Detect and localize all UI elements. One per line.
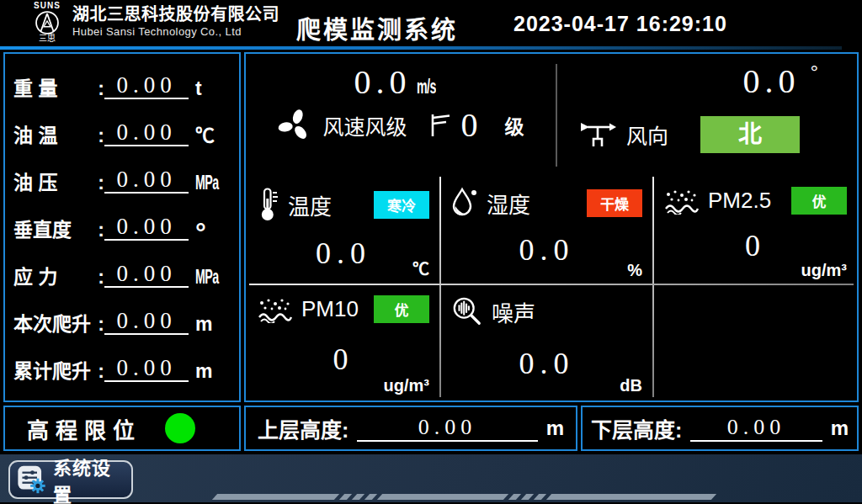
weight-label: 重 量: [13, 77, 57, 99]
current-climb-unit: m: [195, 313, 231, 335]
weight-value: 0.00: [104, 72, 189, 99]
humidity-unit: %: [627, 261, 642, 280]
settings-sliders-gear-icon: [17, 464, 46, 496]
wind-level-value: 0: [461, 105, 483, 145]
company-logo: SUNS 三思: [24, 2, 71, 45]
oil-pressure-unit: MPa: [195, 172, 218, 194]
row-oil-pressure: 油 压: 0.00 MPa: [13, 151, 231, 198]
colon: :: [98, 219, 104, 241]
sansi-logo-icon: [35, 10, 60, 35]
pm10-label: PM10: [301, 296, 359, 322]
wind-direction-label: 风向: [626, 119, 668, 150]
lower-height-value: 0.00: [690, 415, 822, 442]
noise-unit: dB: [620, 376, 642, 395]
pm25-status-badge: 优: [791, 187, 847, 215]
upper-height-box: 上层高度: 0.00 m: [244, 406, 577, 451]
wind-speed-section: 0.0 m/s 风速风级 0 级: [246, 54, 556, 175]
lower-height-unit: m: [831, 416, 849, 440]
temperature-cell: 温度 寒冷 0.0 ℃: [247, 177, 439, 284]
lower-height-box: 下层高度: 0.00 m: [581, 406, 859, 451]
humidity-status-badge: 干燥: [587, 189, 642, 217]
verticality-value: 0.00: [104, 214, 189, 241]
logo-top-text: SUNS: [34, 2, 61, 10]
footer-decor-stripe: [215, 494, 714, 500]
humidity-value: 0.0: [441, 232, 652, 268]
pm25-value: 0: [654, 228, 857, 263]
lower-height-label: 下层高度: [591, 418, 675, 442]
temperature-status-badge: 寒冷: [374, 191, 429, 219]
colon: :: [98, 266, 104, 288]
upper-height-unit: m: [546, 416, 564, 440]
pm25-cell: PM2.5 优 0 ug/m³: [654, 177, 857, 284]
upper-height-label: 上层高度: [258, 418, 342, 442]
upper-height-value: 0.00: [357, 415, 537, 442]
oil-temp-unit: ℃: [195, 125, 231, 146]
verticality-label: 垂直度: [13, 219, 72, 241]
colon: :: [98, 313, 104, 335]
system-settings-button[interactable]: 系统设置: [8, 460, 133, 499]
thermometer-icon: [258, 187, 279, 222]
header-divider: [0, 46, 842, 50]
wind-direction-value: 0.0: [742, 62, 800, 100]
pm10-value: 0: [247, 342, 439, 377]
colon: :: [98, 360, 104, 382]
colon: :: [675, 418, 682, 442]
logo-bottom-text: 三思: [39, 34, 56, 43]
pm10-cell: PM10 优 0 ug/m³: [247, 285, 439, 399]
row-current-climb: 本次爬升: 0.00 m: [13, 292, 231, 339]
current-climb-label: 本次爬升: [13, 313, 91, 335]
oil-temp-label: 油 温: [13, 125, 57, 146]
humidity-label: 湿度: [487, 188, 530, 219]
wind-vane-icon: [579, 120, 618, 149]
humidity-cell: 湿度 干燥 0.0 %: [441, 177, 652, 284]
row-oil-temp: 油 温: 0.00 ℃: [13, 103, 231, 151]
pm10-unit: ug/m³: [384, 376, 429, 395]
stress-value: 0.00: [104, 261, 189, 288]
datetime-display: 2023-04-17 16:29:10: [513, 12, 727, 36]
pm10-status-badge: 优: [374, 295, 429, 323]
wind-level-label: 风速风级: [322, 110, 407, 141]
elevation-limit-status-indicator: [165, 413, 195, 443]
dust-icon: [664, 188, 700, 215]
wind-level-unit: 级: [505, 111, 524, 140]
elevation-limit-box: 高程限位: [3, 406, 241, 451]
row-stress: 应 力: 0.00 MPa: [13, 245, 231, 292]
company-name: 湖北三思科技股份有限公司 Hubei Sansi Technology Co.,…: [72, 4, 279, 39]
temperature-value: 0.0: [247, 236, 439, 271]
temperature-label: 温度: [288, 189, 332, 220]
row-verticality: 垂直度: 0.00 °: [13, 198, 231, 245]
droplet-icon: [451, 187, 478, 219]
wind-speed-value: 0.0: [354, 63, 411, 101]
weight-unit: t: [195, 77, 231, 99]
footer-bar: 系统设置: [0, 454, 862, 502]
wind-direction-unit: °: [810, 61, 818, 83]
company-name-en: Hubei Sansi Technology Co., Ltd: [72, 24, 279, 39]
wind-level-icon: [429, 113, 451, 138]
pm25-label: PM2.5: [708, 188, 771, 214]
noise-cell: 噪声 0.0 dB: [441, 285, 652, 399]
wind-direction-badge: 北: [700, 116, 800, 153]
colon: :: [98, 172, 104, 194]
total-climb-label: 累计爬升: [13, 360, 91, 382]
noise-icon: [451, 295, 483, 327]
temperature-unit: ℃: [412, 256, 429, 280]
colon: :: [98, 77, 104, 99]
page-title: 爬模监测系统: [296, 10, 458, 45]
noise-label: 噪声: [492, 296, 535, 327]
pm25-unit: ug/m³: [801, 261, 847, 280]
row-total-climb: 累计爬升: 0.00 m: [13, 339, 231, 386]
wind-direction-section: 0.0° 风向 北: [557, 54, 855, 175]
stress-unit: MPa: [195, 266, 218, 288]
environment-panel: 0.0 m/s 风速风级 0 级 0.0°: [244, 52, 859, 402]
row-weight: 重 量: 0.00 t: [13, 56, 231, 103]
dust-icon: [258, 296, 293, 323]
colon: :: [342, 418, 349, 442]
fan-icon: [277, 108, 312, 143]
verticality-unit: °: [195, 224, 231, 241]
settings-button-label: 系统设置: [53, 453, 125, 504]
measurement-sidebar: 重 量: 0.00 t 油 温: 0.00 ℃ 油 压: 0.00 MPa 垂直…: [3, 52, 241, 402]
oil-pressure-value: 0.00: [104, 167, 189, 194]
oil-temp-value: 0.00: [104, 119, 189, 146]
current-climb-value: 0.00: [104, 308, 189, 335]
total-climb-unit: m: [195, 360, 231, 382]
